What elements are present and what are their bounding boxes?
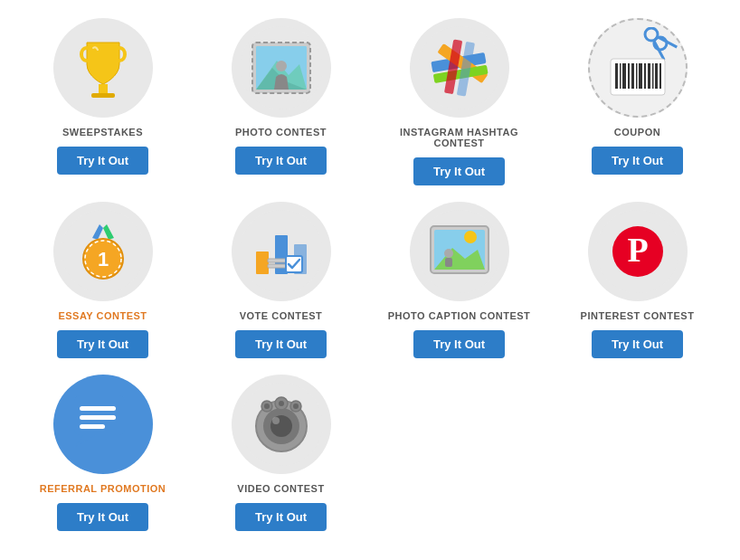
coupon-label: COUPON — [614, 127, 660, 138]
photo-contest-item: PHOTO CONTEST Try It Out — [196, 18, 365, 185]
svg-rect-22 — [622, 63, 626, 89]
svg-rect-24 — [631, 63, 634, 89]
svg-rect-27 — [644, 63, 646, 89]
svg-rect-23 — [628, 63, 630, 89]
photo-contest-icon — [232, 18, 331, 118]
svg-point-64 — [272, 417, 280, 424]
photo-caption-label: PHOTO CAPTION CONTEST — [388, 310, 531, 321]
contest-grid-row2: 1 ESSAY CONTEST Try It Out — [18, 202, 722, 358]
svg-rect-59 — [80, 424, 105, 429]
svg-rect-25 — [636, 63, 638, 89]
svg-rect-0 — [99, 84, 108, 93]
svg-rect-26 — [639, 63, 642, 89]
svg-rect-30 — [655, 63, 658, 89]
photo-contest-button[interactable]: Try It Out — [235, 147, 327, 175]
referral-promo-label: REFERRAL PROMOTION — [40, 483, 166, 494]
svg-point-8 — [276, 61, 287, 71]
contest-grid-row1: SWEEPSTAKES Try It Out PHOTO CON — [18, 18, 722, 185]
instagram-button[interactable]: Try It Out — [413, 157, 505, 185]
sweepstakes-icon — [53, 18, 153, 118]
svg-rect-1 — [91, 93, 115, 98]
svg-point-15 — [642, 27, 660, 43]
coupon-icon — [588, 18, 688, 118]
video-contest-item: VIDEO CONTEST Try It Out — [196, 375, 365, 531]
contest-grid-row3: REFERRAL PROMOTION Try It Out — [18, 375, 722, 531]
svg-point-50 — [444, 249, 453, 258]
svg-text:1: 1 — [97, 248, 108, 271]
svg-point-66 — [264, 403, 270, 409]
essay-contest-item: 1 ESSAY CONTEST Try It Out — [18, 202, 187, 358]
sweepstakes-button[interactable]: Try It Out — [57, 147, 148, 175]
sweepstakes-item: SWEEPSTAKES Try It Out — [18, 18, 187, 185]
photo-contest-label: PHOTO CONTEST — [235, 127, 327, 138]
video-contest-label: VIDEO CONTEST — [237, 483, 324, 494]
pinterest-contest-icon: P — [588, 202, 688, 301]
essay-contest-label: ESSAY CONTEST — [58, 310, 147, 321]
instagram-label: INSTAGRAM HASHTAG CONTEST — [375, 127, 544, 148]
svg-text:P: P — [627, 231, 648, 269]
vote-contest-item: VOTE CONTEST Try It Out — [196, 202, 365, 358]
svg-rect-51 — [445, 258, 452, 267]
video-contest-button[interactable]: Try It Out — [235, 503, 327, 531]
svg-rect-58 — [80, 415, 116, 420]
pinterest-contest-button[interactable]: Try It Out — [592, 330, 683, 358]
photo-caption-item: PHOTO CAPTION CONTEST Try It Out — [375, 202, 544, 358]
coupon-item: COUPON Try It Out — [553, 18, 722, 185]
svg-rect-21 — [620, 63, 621, 89]
referral-promo-button[interactable]: Try It Out — [57, 503, 148, 531]
photo-caption-button[interactable]: Try It Out — [413, 330, 505, 358]
svg-rect-28 — [648, 63, 650, 89]
svg-rect-57 — [80, 406, 116, 411]
instagram-item: INSTAGRAM HASHTAG CONTEST Try It Out — [375, 18, 544, 185]
photo-caption-icon — [410, 202, 509, 301]
svg-rect-39 — [256, 252, 269, 274]
svg-rect-20 — [615, 63, 618, 89]
svg-point-70 — [293, 403, 299, 409]
referral-promo-item: REFERRAL PROMOTION Try It Out — [18, 375, 187, 531]
svg-point-68 — [279, 401, 284, 406]
svg-point-49 — [464, 231, 477, 243]
vote-contest-icon — [232, 202, 331, 301]
essay-contest-icon: 1 — [53, 202, 153, 301]
pinterest-contest-item: P PINTEREST CONTEST Try It Out — [553, 202, 722, 358]
essay-contest-button[interactable]: Try It Out — [57, 330, 148, 358]
video-contest-icon — [232, 375, 331, 474]
referral-promo-icon — [53, 375, 153, 474]
vote-contest-button[interactable]: Try It Out — [235, 330, 327, 358]
sweepstakes-label: SWEEPSTAKES — [62, 127, 143, 138]
instagram-icon — [410, 18, 509, 118]
pinterest-contest-label: PINTEREST CONTEST — [581, 310, 695, 321]
coupon-button[interactable]: Try It Out — [592, 147, 683, 175]
vote-contest-label: VOTE CONTEST — [240, 310, 323, 321]
svg-rect-31 — [659, 63, 661, 89]
svg-rect-29 — [652, 63, 654, 89]
svg-marker-56 — [74, 435, 96, 448]
